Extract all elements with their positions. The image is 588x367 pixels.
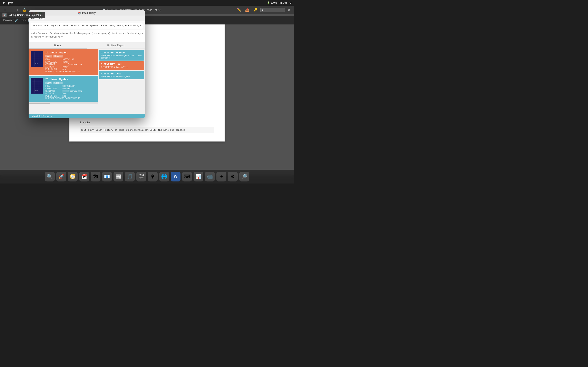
dock-item-mail[interactable]: 📧 [102,172,112,182]
author-label-2: AUTHOR [45,92,62,95]
password-button[interactable]: 🔑 [252,7,259,13]
book-info-2: 20. Linear Algebra Math Science ISBN 981… [45,78,96,100]
problems-panel[interactable]: 2. SEVERITY: MEDIUM DESCRIPTION: Linear … [98,49,145,118]
contact-label-2: CONTACT [45,90,62,92]
book-author-field-2: AUTHOR Victor [45,92,96,95]
lang-label-1: LANGUAGE [45,61,62,63]
dock-item-launchpad[interactable]: 🚀 [56,172,66,182]
author-value-1: Victor [62,66,68,68]
dock-item-podcasts[interactable]: 🎙 [148,172,158,182]
isbn-label-1: ISBN [45,58,62,60]
book-cover-2: Math [31,78,43,94]
dock-item-safari[interactable]: 🧭 [68,172,78,182]
dock-item-notes[interactable]: 📰 [113,172,123,182]
pdf-search-input[interactable] [260,8,285,12]
browser-button[interactable]: Browser 🔗 [3,18,18,22]
window-title-text: IntelliiBrary [82,12,95,15]
menu-bar-left: ⌘ java [2,1,13,4]
book-author-field-1: AUTHOR Victor [45,66,96,68]
book-tags-1: Math Science [45,55,96,58]
dock-item-terminal[interactable]: ⌨ [182,172,192,182]
book-contact-field-2: CONTACT xxxxx@example.com [45,90,96,92]
dock-item-telegram[interactable]: ✈ [216,172,226,182]
isbn-value-1: 9876542132 [62,58,74,60]
dock-item-chrome[interactable]: 🌐 [159,172,169,182]
borrowed-label-2: NUMBER OF TIMES BORROWED [45,97,77,100]
book-publisher-field-1: PUBLISHER pku [45,68,96,70]
app-name: java [8,1,13,4]
book-card-1[interactable]: Math 19. Linear Algebra Math Science ISB… [29,49,98,75]
problem-card-3[interactable]: 3. SEVERITY: HIGH DESCRIPTION: book is 1… [99,61,144,70]
book-tag-science-2: Science [53,82,63,84]
books-horizontal-scrollbar[interactable] [29,102,98,104]
command-input-area [29,21,145,30]
help-text: add n/<name> i/<isbn> e/<email> l/<langu… [31,32,143,39]
book-isbn-field-1: ISBN 9876542132 [45,58,96,60]
window-menubar: File Help [29,16,145,21]
problem-desc-3: DESCRIPTION: book is 1111 [101,66,142,68]
status-bar: ./data/IntelliBrary.json [29,114,145,118]
book-number-2: 20. [45,78,50,81]
share-button[interactable]: 📤 [244,7,251,13]
problem-number-2: 2. [101,51,104,54]
book-card-2[interactable]: Math 20. Linear Algebra Math Science ISB… [29,76,98,102]
dock-item-tv[interactable]: 🎬 [136,172,146,182]
dock-item-settings[interactable]: ⚙ [228,172,238,182]
window-titlebar: 📚 IntelliiBrary [29,10,145,16]
problem-severity-text-2: SEVERITY: MEDIUM [104,51,125,54]
problem-desc-2: DESCRIPTION: Linear Algebra book cover i… [101,54,142,59]
problem-number-3: 3. [101,63,104,66]
clear-search-button[interactable]: ✕ [286,7,292,13]
dock-item-music[interactable]: 🎵 [125,172,135,182]
dock-item-facetime[interactable]: 📹 [205,172,215,182]
annotate-button[interactable]: ✏️ [236,7,242,13]
scrollbar-thumb[interactable] [29,103,50,104]
svg-text:Math: Math [35,90,38,91]
problem-number-4: 4. [101,72,104,75]
problem-card-4[interactable]: 4. SEVERITY: LOW DESCRIPTION: Linears al… [99,71,144,79]
browser-label: Browser [3,18,14,22]
pdf-toolbar-right: ✏️ 📤 🔑 ✕ [236,7,292,13]
problem-severity-4: 4. SEVERITY: LOW [101,72,142,75]
dock-item-word[interactable]: W [171,172,181,182]
lang-label-2: LANGUAGE [45,87,62,90]
book-info-1: 19. Linear Algebra Math Science ISBN 987… [45,51,96,73]
tab-books[interactable]: Books [29,42,87,49]
books-panel[interactable]: Math 19. Linear Algebra Math Science ISB… [29,49,98,118]
examples-label: Examples: [80,120,214,125]
tab-problem-report[interactable]: Problem Report [87,42,145,49]
status-text: ./data/IntelliBrary.json [31,115,52,117]
dock-item-finder[interactable]: 🔍 [45,172,55,182]
svg-rect-0 [31,51,43,67]
dock-item-search[interactable]: 🔎 [239,172,249,182]
problem-card-2[interactable]: 2. SEVERITY: MEDIUM DESCRIPTION: Linear … [99,50,144,60]
author-label-1: AUTHOR [45,66,62,68]
book-tags-2: Math Science [45,82,96,84]
dock-item-activity[interactable]: 📊 [194,172,203,182]
svg-rect-8 [31,78,43,94]
dock-item-calendar[interactable]: 📅 [79,172,89,182]
book-name-1: Linear Algebra [50,51,68,54]
book-lang-field-1: LANGUAGE chinese [45,61,96,63]
time-display: Fri 1:05 PM [279,1,292,4]
panels-area: Math 19. Linear Algebra Math Science ISB… [29,49,145,118]
menu-bar: ⌘ java 🔋 100% Fri 1:05 PM [0,0,294,6]
author-value-2: Victor [62,92,68,95]
publisher-label-2: PUBLISHER [45,95,62,97]
book-tag-science-1: Science [53,55,63,58]
problem-severity-text-3: SEVERITY: HIGH [104,63,121,66]
problem-severity-text-4: SEVERITY: LOW [104,72,121,75]
window-icon: 📚 [78,12,81,15]
book-publisher-field-2: PUBLISHER pku [45,95,96,97]
sync-label: Sync [20,18,27,22]
borrowed-label-1: NUMBER OF TIMES BORROWED [45,71,77,73]
lang-value-1: chinese [62,61,69,63]
book-tag-math-1: Math [45,55,52,58]
isbn-value-2: 98121765432 [62,85,75,87]
lang-value-2: mandarin [62,87,71,90]
command-input[interactable] [31,23,143,28]
dock-item-maps[interactable]: 🗺 [91,172,100,182]
svg-text:Math: Math [35,63,38,64]
apple-menu[interactable]: ⌘ [2,1,5,4]
battery-indicator: 🔋 100% [267,1,277,4]
